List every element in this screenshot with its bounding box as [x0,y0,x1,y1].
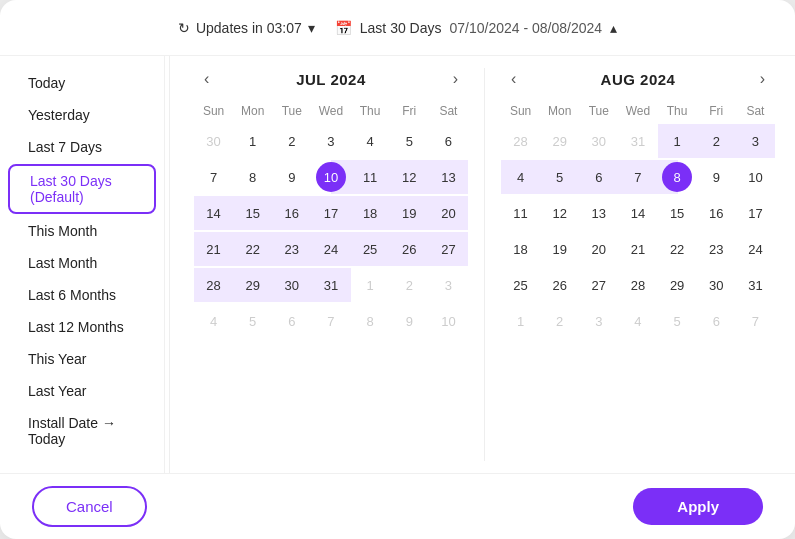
day-cell[interactable]: 7 [618,160,657,194]
day-cell[interactable]: 11 [351,160,390,194]
day-cell[interactable]: 1 [658,124,697,158]
day-cell[interactable]: 1 [501,304,540,338]
day-cell[interactable]: 25 [351,232,390,266]
day-cell[interactable]: 14 [194,196,233,230]
day-cell[interactable]: 18 [351,196,390,230]
day-cell[interactable]: 23 [697,232,736,266]
day-cell[interactable]: 4 [618,304,657,338]
sidebar-item-yesterday[interactable]: Yesterday [8,100,156,130]
day-cell[interactable]: 24 [736,232,775,266]
day-cell[interactable]: 4 [194,304,233,338]
day-cell[interactable]: 5 [658,304,697,338]
sidebar-item-lastmonth[interactable]: Last Month [8,248,156,278]
sidebar-item-last30[interactable]: Last 30 Days (Default) [8,164,156,214]
day-cell[interactable]: 2 [272,124,311,158]
day-cell[interactable]: 31 [618,124,657,158]
day-cell[interactable]: 20 [579,232,618,266]
day-cell[interactable]: 28 [194,268,233,302]
day-cell[interactable]: 4 [501,160,540,194]
day-cell[interactable]: 9 [697,160,736,194]
sidebar-item-thisyear[interactable]: This Year [8,344,156,374]
day-cell[interactable]: 26 [390,232,429,266]
july-prev-button[interactable]: ‹ [198,68,215,90]
sidebar-item-today[interactable]: Today [8,68,156,98]
day-cell[interactable]: 16 [272,196,311,230]
day-cell[interactable]: 29 [540,124,579,158]
date-range-selector[interactable]: 📅 Last 30 Days 07/10/2024 - 08/08/2024 ▴ [335,20,617,36]
august-next-button[interactable]: › [754,68,771,90]
day-cell[interactable]: 10 [429,304,468,338]
sidebar-item-lastyear[interactable]: Last Year [8,376,156,406]
day-cell[interactable]: 31 [736,268,775,302]
day-cell[interactable]: 4 [351,124,390,158]
day-cell[interactable]: 29 [233,268,272,302]
day-cell[interactable]: 7 [311,304,350,338]
cancel-button[interactable]: Cancel [32,486,147,527]
day-cell[interactable]: 10 [736,160,775,194]
day-cell[interactable]: 8 [351,304,390,338]
day-cell[interactable]: 8 [658,160,697,194]
day-cell[interactable]: 30 [194,124,233,158]
day-cell[interactable]: 26 [540,268,579,302]
day-cell[interactable]: 30 [272,268,311,302]
day-cell[interactable]: 6 [272,304,311,338]
day-cell[interactable]: 28 [618,268,657,302]
day-cell[interactable]: 31 [311,268,350,302]
day-cell[interactable]: 20 [429,196,468,230]
sidebar-item-last12m[interactable]: Last 12 Months [8,312,156,342]
day-cell[interactable]: 9 [272,160,311,194]
day-cell[interactable]: 12 [390,160,429,194]
day-cell[interactable]: 30 [697,268,736,302]
day-cell[interactable]: 17 [311,196,350,230]
day-cell[interactable]: 19 [540,232,579,266]
day-cell[interactable]: 11 [501,196,540,230]
day-cell[interactable]: 3 [579,304,618,338]
day-cell[interactable]: 18 [501,232,540,266]
apply-button[interactable]: Apply [633,488,763,525]
day-cell[interactable]: 24 [311,232,350,266]
day-cell[interactable]: 2 [540,304,579,338]
day-cell[interactable]: 9 [390,304,429,338]
day-cell[interactable]: 3 [736,124,775,158]
day-cell[interactable]: 13 [579,196,618,230]
day-cell[interactable]: 15 [658,196,697,230]
day-cell[interactable]: 6 [429,124,468,158]
day-cell[interactable]: 3 [311,124,350,158]
day-cell[interactable]: 25 [501,268,540,302]
day-cell[interactable]: 17 [736,196,775,230]
day-cell[interactable]: 22 [658,232,697,266]
day-cell[interactable]: 12 [540,196,579,230]
day-cell[interactable]: 15 [233,196,272,230]
day-cell[interactable]: 6 [697,304,736,338]
day-cell[interactable]: 7 [736,304,775,338]
day-cell[interactable]: 27 [579,268,618,302]
day-cell[interactable]: 29 [658,268,697,302]
day-cell[interactable]: 21 [194,232,233,266]
day-cell[interactable]: 5 [233,304,272,338]
sidebar-item-last7[interactable]: Last 7 Days [8,132,156,162]
day-cell[interactable]: 2 [390,268,429,302]
august-prev-button[interactable]: ‹ [505,68,522,90]
day-cell[interactable]: 8 [233,160,272,194]
sidebar-item-thismonth[interactable]: This Month [8,216,156,246]
day-cell[interactable]: 23 [272,232,311,266]
day-cell[interactable]: 6 [579,160,618,194]
day-cell[interactable]: 3 [429,268,468,302]
day-cell[interactable]: 30 [579,124,618,158]
day-cell[interactable]: 14 [618,196,657,230]
day-cell[interactable]: 13 [429,160,468,194]
day-cell[interactable]: 19 [390,196,429,230]
day-cell[interactable]: 5 [390,124,429,158]
update-timer[interactable]: ↻ Updates in 03:07 ▾ [178,20,315,36]
day-cell[interactable]: 1 [351,268,390,302]
july-next-button[interactable]: › [447,68,464,90]
day-cell[interactable]: 10 [311,160,350,194]
day-cell[interactable]: 7 [194,160,233,194]
day-cell[interactable]: 28 [501,124,540,158]
day-cell[interactable]: 5 [540,160,579,194]
sidebar-item-last6m[interactable]: Last 6 Months [8,280,156,310]
day-cell[interactable]: 27 [429,232,468,266]
day-cell[interactable]: 21 [618,232,657,266]
day-cell[interactable]: 2 [697,124,736,158]
day-cell[interactable]: 16 [697,196,736,230]
